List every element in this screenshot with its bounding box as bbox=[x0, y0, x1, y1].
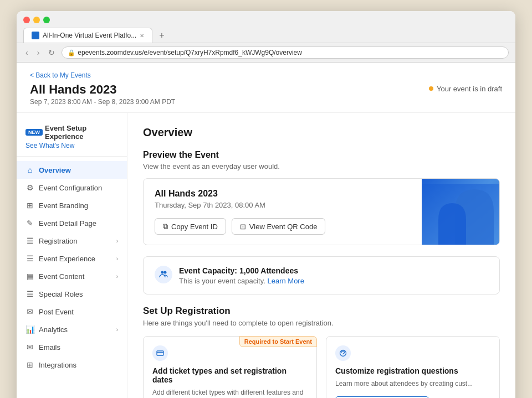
edit-icon: ✎ bbox=[25, 219, 34, 228]
setup-description: Here are things you'll need to complete … bbox=[143, 319, 500, 327]
svg-point-6 bbox=[342, 355, 343, 355]
sidebar-registration-label: Registration bbox=[39, 237, 77, 245]
url-text: epevents.zoomdev.us/e/event/setup/Q7xryH… bbox=[78, 49, 302, 56]
reg-questions-desc: Learn more about attendees by creating c… bbox=[335, 379, 490, 389]
required-badge: Required to Start Event bbox=[239, 336, 317, 347]
setup-cards: Required to Start Event Add ticket types… bbox=[143, 336, 500, 398]
content-icon: ▤ bbox=[25, 272, 34, 281]
ticket-card-icon bbox=[152, 345, 168, 361]
post-event-icon: ✉ bbox=[25, 307, 34, 316]
sidebar-item-special-roles[interactable]: ☰ Special Roles bbox=[17, 285, 127, 303]
forward-nav-button[interactable]: › bbox=[35, 47, 42, 58]
ticket-card-desc: Add different ticket types with differen… bbox=[152, 387, 308, 398]
preview-description: View the event as an everyday user would… bbox=[143, 162, 500, 170]
tickets-card: Required to Start Event Add ticket types… bbox=[143, 336, 317, 398]
event-image-graphic bbox=[422, 184, 499, 245]
promo-link[interactable]: See What's New bbox=[25, 142, 118, 149]
setup-registration-section: Set Up Registration Here are things you'… bbox=[143, 306, 500, 398]
home-icon: ⌂ bbox=[25, 166, 34, 174]
draft-status-text: Your event is in draft bbox=[437, 85, 502, 93]
new-tab-button[interactable]: + bbox=[155, 28, 168, 43]
event-dates: Sep 7, 2023 8:00 AM - Sep 8, 2023 9:00 A… bbox=[30, 98, 175, 106]
preview-section: Preview the Event View the event as an e… bbox=[143, 150, 500, 245]
sidebar-promo: NEW Event Setup Experience See What's Ne… bbox=[17, 120, 127, 157]
ticket-card-title: Add ticket types and set registration da… bbox=[152, 366, 308, 384]
preview-card-content: All Hands 2023 Thursday, Sep 7th 2023, 0… bbox=[144, 179, 422, 245]
sidebar-item-event-detail-page[interactable]: ✎ Event Detail Page bbox=[17, 214, 127, 232]
capacity-card: Event Capacity: 1,000 Attendees This is … bbox=[143, 256, 500, 294]
sidebar-config-label: Event Configuration bbox=[39, 184, 102, 192]
qr-icon: ⊡ bbox=[240, 223, 246, 231]
promo-title-text: Event Setup Experience bbox=[45, 124, 118, 141]
draft-badge: Your event is in draft bbox=[429, 85, 502, 93]
sidebar-item-event-experience[interactable]: ☰ Event Experience › bbox=[17, 250, 127, 267]
preview-card-date: Thursday, Sep 7th 2023, 08:00 AM bbox=[155, 201, 411, 209]
maximize-dot[interactable] bbox=[43, 17, 50, 23]
reg-questions-title: Customize registration questions bbox=[335, 366, 490, 375]
capacity-icon bbox=[155, 266, 172, 283]
capacity-text: Event Capacity: 1,000 Attendees This is … bbox=[179, 266, 304, 285]
capacity-description: This is your event capacity. Learn More bbox=[179, 277, 304, 285]
minimize-dot[interactable] bbox=[33, 17, 40, 23]
sidebar-roles-label: Special Roles bbox=[39, 290, 83, 298]
roles-icon: ☰ bbox=[25, 290, 34, 298]
experience-icon: ☰ bbox=[25, 254, 34, 263]
registration-questions-card: Customize registration questions Learn m… bbox=[326, 336, 500, 398]
integrations-icon: ⊞ bbox=[25, 360, 34, 369]
sidebar-item-post-event[interactable]: ✉ Post Event bbox=[17, 303, 127, 321]
page-header: Back to My Events All Hands 2023 Sep 7, … bbox=[17, 63, 515, 113]
address-bar[interactable]: 🔒 epevents.zoomdev.us/e/event/setup/Q7xr… bbox=[62, 46, 509, 59]
overview-title: Overview bbox=[143, 126, 500, 139]
sidebar-item-analytics[interactable]: 📊 Analytics › bbox=[17, 321, 127, 338]
back-nav-button[interactable]: ‹ bbox=[23, 47, 30, 58]
sidebar-item-event-content[interactable]: ▤ Event Content › bbox=[17, 267, 127, 285]
tab-label: All-In-One Virtual Event Platfo... bbox=[43, 32, 136, 39]
sidebar-integrations-label: Integrations bbox=[39, 361, 76, 369]
sidebar-experience-label: Event Experience bbox=[39, 255, 95, 263]
svg-rect-3 bbox=[157, 351, 163, 355]
branding-icon: ⊞ bbox=[25, 201, 34, 210]
preview-card-image bbox=[422, 179, 499, 245]
view-qr-code-button[interactable]: ⊡ View Event QR Code bbox=[232, 218, 326, 235]
draft-dot-icon bbox=[429, 86, 433, 91]
refresh-nav-button[interactable]: ↻ bbox=[46, 47, 57, 58]
preview-card-title: All Hands 2023 bbox=[155, 189, 411, 199]
sidebar-item-emails[interactable]: ✉ Emails bbox=[17, 338, 127, 356]
new-badge: NEW bbox=[25, 129, 43, 136]
chevron-down-icon: › bbox=[116, 256, 118, 262]
close-dot[interactable] bbox=[23, 17, 30, 23]
svg-point-1 bbox=[161, 271, 164, 274]
registration-icon: ☰ bbox=[25, 236, 34, 245]
sidebar-detail-label: Event Detail Page bbox=[39, 219, 96, 228]
event-title: All Hands 2023 bbox=[30, 82, 175, 97]
tab-close-icon[interactable]: ✕ bbox=[140, 33, 144, 39]
sidebar-promo-title: NEW Event Setup Experience bbox=[25, 124, 118, 141]
emails-icon: ✉ bbox=[25, 343, 34, 352]
chevron-down-icon: › bbox=[116, 238, 118, 244]
sidebar-content-label: Event Content bbox=[39, 272, 84, 281]
reg-questions-icon bbox=[335, 345, 351, 361]
browser-tab[interactable]: All-In-One Virtual Event Platfo... ✕ bbox=[23, 28, 152, 43]
sidebar-post-event-label: Post Event bbox=[39, 308, 74, 316]
preview-card: All Hands 2023 Thursday, Sep 7th 2023, 0… bbox=[143, 178, 500, 245]
capacity-title: Event Capacity: 1,000 Attendees bbox=[179, 266, 298, 275]
chevron-down-icon: › bbox=[116, 273, 118, 280]
tab-favicon bbox=[32, 32, 39, 39]
sidebar-item-event-configuration[interactable]: ⚙ Event Configuration bbox=[17, 179, 127, 197]
sidebar-item-registration[interactable]: ☰ Registration › bbox=[17, 232, 127, 250]
learn-more-link[interactable]: Learn More bbox=[267, 277, 304, 285]
sidebar-item-integrations[interactable]: ⊞ Integrations bbox=[17, 356, 127, 374]
sidebar-emails-label: Emails bbox=[39, 343, 60, 352]
copy-event-id-button[interactable]: ⧉ Copy Event ID bbox=[155, 218, 226, 235]
sidebar-item-event-branding[interactable]: ⊞ Event Branding bbox=[17, 197, 127, 214]
copy-icon: ⧉ bbox=[163, 222, 168, 231]
preview-title: Preview the Event bbox=[143, 150, 500, 160]
main-content: Overview Preview the Event View the even… bbox=[127, 113, 515, 398]
analytics-icon: 📊 bbox=[25, 325, 34, 334]
sidebar-overview-label: Overview bbox=[39, 166, 71, 174]
lock-icon: 🔒 bbox=[68, 49, 75, 56]
setup-title: Set Up Registration bbox=[143, 306, 500, 317]
sidebar-analytics-label: Analytics bbox=[39, 325, 68, 334]
sidebar-item-overview[interactable]: ⌂ Overview bbox=[17, 161, 127, 179]
back-link[interactable]: Back to My Events bbox=[30, 71, 175, 79]
